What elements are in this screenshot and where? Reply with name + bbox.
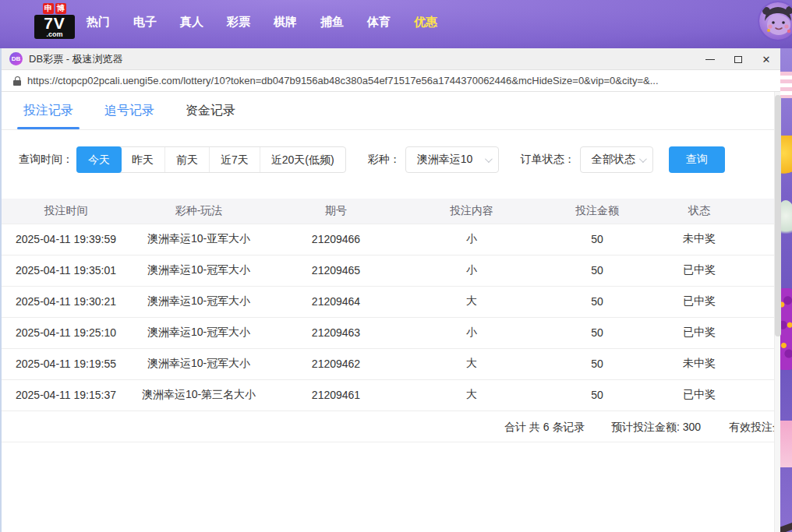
tab-投注记录[interactable]: 投注记录	[23, 103, 73, 129]
bet-amount: 50	[539, 317, 656, 348]
window-controls: ✕	[696, 48, 780, 70]
tab-资金记录[interactable]: 资金记录	[186, 103, 235, 129]
time-option-昨天[interactable]: 昨天	[121, 147, 164, 172]
time-option-今天[interactable]: 今天	[76, 146, 122, 173]
table-row: 2025-04-11 19:39:59 澳洲幸运10-亚军大小 21209466…	[2, 224, 779, 255]
bet-content: 小	[405, 224, 539, 255]
status-select-value: 全部状态	[592, 153, 635, 167]
bet-status: 已中奖	[656, 286, 743, 317]
bet-time: 2025-04-11 19:19:55	[2, 348, 130, 379]
site-header: 申 博 7V .com 热门电子真人彩票棋牌捕鱼体育优惠	[0, 0, 792, 48]
chevron-down-icon	[485, 155, 493, 163]
background-grapes	[780, 288, 792, 370]
avatar-image	[759, 2, 792, 40]
url-bar[interactable]: https://ctopcp02pcali.uengi5e.com/lotter…	[2, 70, 780, 92]
nav-item-捕鱼[interactable]: 捕鱼	[320, 15, 344, 30]
background-art	[780, 48, 792, 532]
lottery-select-value: 澳洲幸运10	[417, 153, 473, 167]
summary-row: 合计 共 6 条记录 预计投注金额: 300 有效投注金	[2, 411, 780, 442]
table-row: 2025-04-11 19:15:37 澳洲幸运10-第三名大小 2120946…	[2, 379, 779, 410]
column-header: 状态	[656, 199, 743, 224]
time-option-近7天[interactable]: 近7天	[209, 147, 260, 172]
bet-game: 澳洲幸运10-冠军大小	[130, 317, 267, 348]
column-header: 期号	[267, 199, 405, 224]
time-range-group: 今天昨天前天近7天近20天(低频)	[76, 146, 346, 173]
bet-time: 2025-04-11 19:15:37	[2, 379, 130, 410]
search-button[interactable]: 查询	[669, 146, 725, 173]
bet-time: 2025-04-11 19:39:59	[2, 224, 130, 255]
table-row: 2025-04-11 19:35:01 澳洲幸运10-冠军大小 21209465…	[2, 255, 779, 286]
time-option-近20天(低频)[interactable]: 近20天(低频)	[260, 147, 345, 172]
bet-time: 2025-04-11 19:30:21	[2, 286, 130, 317]
bet-issue: 21209465	[267, 255, 405, 286]
table-row: 2025-04-11 19:19:55 澳洲幸运10-冠军大小 21209462…	[2, 348, 779, 379]
logo-text: 7V	[34, 16, 75, 31]
order-status-select[interactable]: 全部状态	[580, 146, 653, 173]
column-header: 投注金额	[539, 199, 656, 224]
scrollbar[interactable]	[774, 92, 780, 532]
nav-item-热门[interactable]: 热门	[87, 15, 110, 30]
bet-issue: 21209466	[267, 224, 405, 255]
bet-amount: 50	[539, 348, 656, 379]
filter-bar: 查询时间： 今天昨天前天近7天近20天(低频) 彩种： 澳洲幸运10 订单状态：…	[19, 146, 780, 173]
bet-issue: 21209464	[267, 286, 405, 317]
bet-time: 2025-04-11 19:25:10	[2, 317, 130, 348]
bet-time: 2025-04-11 19:35:01	[2, 255, 130, 286]
bet-status: 未中奖	[656, 348, 743, 379]
nav-item-棋牌[interactable]: 棋牌	[274, 15, 297, 30]
nav-item-体育[interactable]: 体育	[367, 15, 391, 30]
bet-content: 小	[405, 255, 539, 286]
scrollbar-thumb[interactable]	[775, 95, 781, 336]
bet-game: 澳洲幸运10-冠军大小	[130, 348, 267, 379]
maximize-icon	[734, 56, 742, 63]
logo-main: 7V .com	[34, 15, 75, 39]
minimize-button[interactable]	[696, 48, 724, 70]
bet-records-table: 投注时间彩种-玩法期号投注内容投注金额状态 2025-04-11 19:39:5…	[2, 199, 779, 411]
background-pink-stripe	[780, 421, 792, 467]
nav-item-真人[interactable]: 真人	[180, 15, 203, 30]
bet-status: 已中奖	[656, 255, 743, 286]
table-header-row: 投注时间彩种-玩法期号投注内容投注金额状态	[2, 199, 779, 224]
site-logo[interactable]: 申 博 7V .com	[34, 3, 75, 39]
bet-issue: 21209463	[267, 317, 405, 348]
close-button[interactable]: ✕	[752, 48, 780, 70]
column-header: 投注内容	[405, 199, 539, 224]
time-option-前天[interactable]: 前天	[164, 147, 209, 172]
nav-item-电子[interactable]: 电子	[133, 15, 157, 30]
bet-status: 未中奖	[656, 224, 743, 255]
lottery-select[interactable]: 澳洲幸运10	[405, 146, 499, 173]
time-filter-label: 查询时间：	[19, 153, 73, 167]
window-title: DB彩票 - 极速浏览器	[29, 52, 123, 66]
bet-game: 澳洲幸运10-冠军大小	[130, 255, 267, 286]
url-text[interactable]: https://ctopcp02pcali.uengi5e.com/lotter…	[27, 75, 780, 86]
bet-amount: 50	[539, 379, 656, 410]
page-content: 投注记录追号记录资金记录 查询时间： 今天昨天前天近7天近20天(低频) 彩种：…	[2, 92, 780, 531]
bet-status: 已中奖	[656, 379, 743, 410]
bet-game: 澳洲幸运10-冠军大小	[130, 286, 267, 317]
bet-issue: 21209461	[267, 379, 405, 410]
background-dark-wedge	[780, 521, 792, 532]
nav-item-优惠[interactable]: 优惠	[414, 15, 437, 30]
lottery-filter-label: 彩种：	[368, 153, 401, 167]
window-titlebar[interactable]: DB DB彩票 - 极速浏览器 ✕	[2, 48, 780, 70]
tab-追号记录[interactable]: 追号记录	[104, 103, 154, 129]
background-blob	[780, 200, 792, 239]
logo-sub-text: .com	[34, 31, 75, 37]
table-row: 2025-04-11 19:25:10 澳洲幸运10-冠军大小 21209463…	[2, 317, 779, 348]
background-stripes	[780, 72, 792, 98]
bet-status: 已中奖	[656, 317, 743, 348]
bet-game: 澳洲幸运10-亚军大小	[130, 224, 267, 255]
bet-content: 大	[405, 379, 539, 410]
nav-item-彩票[interactable]: 彩票	[227, 15, 250, 30]
summary-total: 合计 共 6 条记录	[504, 411, 585, 442]
close-icon: ✕	[762, 54, 771, 65]
table-row: 2025-04-11 19:30:21 澳洲幸运10-冠军大小 21209464…	[2, 286, 779, 317]
maximize-button[interactable]	[724, 48, 752, 70]
user-avatar[interactable]	[759, 2, 792, 40]
minimize-icon	[705, 59, 715, 60]
app-icon: DB	[9, 52, 23, 65]
bet-content: 大	[405, 348, 539, 379]
site-nav: 热门电子真人彩票棋牌捕鱼体育优惠	[87, 0, 437, 44]
logo-tile-left: 申	[43, 3, 54, 14]
summary-valid-amount: 有效投注金	[729, 411, 780, 442]
